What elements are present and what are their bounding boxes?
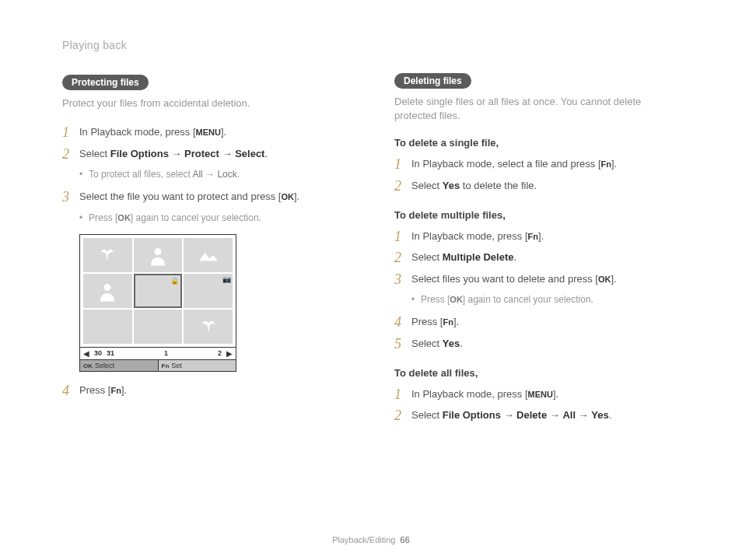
fn-key: Fn [528,232,538,241]
thumb-cell [83,238,132,272]
menu-key: MENU [196,128,221,137]
step-3-bullet: Press [OK] again to cancel your selectio… [79,211,348,225]
palm-icon [197,315,220,338]
right-column: Deleting files Delete single files or al… [394,39,680,429]
step: 1 In Playback mode, press [Fn]. [394,229,680,246]
step-text: Select the file you want to protect and … [79,189,348,205]
section-header: Playing back [62,39,348,51]
step: 2 Select File Options → Delete → All → Y… [394,408,680,425]
person-icon [96,279,119,303]
fn-key: Fn [601,159,611,169]
thumb-cell [134,310,183,344]
lock-icon: 🔒 [170,277,179,285]
step-text: Press [Fn]. [79,383,348,399]
protecting-files-heading: Protecting files [62,75,149,90]
left-arrow-icon: ◀ [83,349,89,358]
deleting-files-heading: Deleting files [394,73,471,89]
deleting-intro: Delete single files or all files at once… [394,95,680,123]
step: 3 Select files you want to delete and pr… [394,271,680,289]
ok-key: OK [598,275,611,284]
menu-key: MENU [528,390,553,399]
calendar-row: ◀ 30 31 1 2 ▶ [80,347,236,359]
ok-key: OK [281,192,294,201]
thumb-cell: 📷 [184,274,233,308]
right-arrow-icon: ▶ [226,349,233,358]
step-number: 2 [62,146,79,163]
thumb-cell [184,310,233,344]
action-bar: OKSelect FnSet [80,359,236,371]
step-3: 3 Select the file you want to protect an… [62,189,348,206]
step: 5 Select Yes. [394,336,680,353]
camera-icon: 📷 [222,275,231,283]
bullet: Press [OK] again to cancel your selectio… [411,292,680,306]
step-2: 2 Select File Options → Protect → Select… [62,146,348,163]
thumb-cell [83,310,132,344]
mountain-icon [197,243,220,267]
fn-key: Fn [110,386,121,395]
page-content: Playing back Protecting files Protect yo… [0,0,742,453]
protecting-intro: Protect your files from accidental delet… [62,96,348,110]
step: 1 In Playback mode, press [MENU]. [394,387,680,404]
thumb-cell [134,238,183,272]
step-text: Select File Options → Protect → Select. [79,146,348,163]
thumb-cell [83,274,132,308]
step-number: 4 [62,383,79,400]
fn-key: Fn [443,317,453,327]
step-number: 3 [62,189,79,206]
step-4: 4 Press [Fn]. [62,383,348,400]
step: 2 Select Multiple Delete. [394,250,680,267]
step: 4 Press [Fn]. [394,314,680,331]
step-1: 1 In Playback mode, press [MENU]. [62,124,348,142]
palm-icon [96,243,119,267]
step-2-bullet: To protect all files, select All → Lock. [79,167,348,181]
thumb-cell-selected: 🔒 [134,274,183,308]
left-column: Playing back Protecting files Protect yo… [62,39,348,429]
step-number: 1 [62,124,79,142]
step: 1 In Playback mode, select a file and pr… [394,156,680,173]
person-icon [146,243,170,267]
step-text: In Playback mode, press [MENU]. [79,124,348,141]
delete-multiple-heading: To delete multiple files, [394,209,680,221]
step: 2 Select Yes to delete the file. [394,178,680,195]
page-footer: Playback/Editing 66 [0,535,742,544]
thumbnail-grid-illustration: 🔒 📷 ◀ 30 31 1 2 ▶ [79,234,236,372]
thumb-cell [184,238,233,272]
delete-all-heading: To delete all files, [394,367,680,379]
delete-single-heading: To delete a single file, [394,137,680,149]
